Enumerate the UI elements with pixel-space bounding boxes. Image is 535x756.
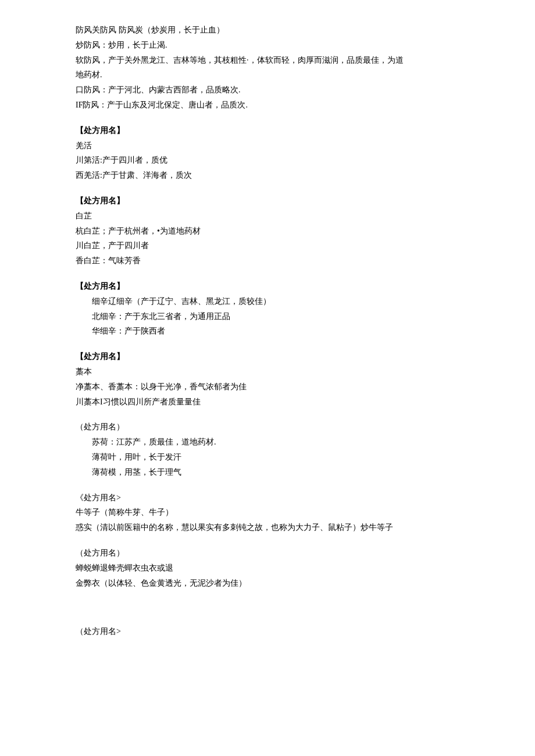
line-gaoben-3: 川藁本I习惯以四川所产者质量量佳 — [76, 395, 459, 409]
line-6: IF防风：产于山东及河北保定、唐山者，品质次. — [76, 98, 459, 112]
line-1: 防风关防风 防风炭（炒炭用，长于止血） — [76, 23, 459, 37]
line-niudengzi-1: 牛等子（简称牛芽、牛子） — [76, 506, 459, 519]
line-baizhi-3: 川白芷，产于四川者 — [76, 239, 459, 253]
line-gaoben-2: 净藁本、香藁本：以身干光净，香气浓郁者为佳 — [76, 380, 459, 394]
section-last: （处方用名> — [76, 625, 459, 639]
heading-baizhi: 【处方用名】 — [76, 194, 459, 208]
heading-xixin: 【处方用名】 — [76, 280, 459, 293]
line-gaoben-1: 藁本 — [76, 365, 459, 379]
page-content: 防风关防风 防风炭（炒炭用，长于止血） 炒防风：炒用，长于止渴. 软防风，产于关… — [76, 23, 459, 639]
line-xixin-3: 华细辛：产于陕西者 — [76, 324, 459, 338]
section-fangfeng-intro: 防风关防风 防风炭（炒炭用，长于止血） 炒防风：炒用，长于止渴. 软防风，产于关… — [76, 23, 459, 112]
line-qianghuo-1: 羌活 — [76, 139, 459, 153]
section-baizhi: 【处方用名】 白芷 杭白芷；产于杭州者，•为道地药材 川白芷，产于四川者 香白芷… — [76, 194, 459, 268]
section-bohe: （处方用名） 苏荷：江苏产，质最佳，道地药材. 薄荷叶，用叶，长于发汗 薄荷模，… — [76, 420, 459, 479]
line-3: 软防风，产于关外黑龙江、吉林等地，其枝粗性·，体软而轻，肉厚而滋润，品质最佳，为… — [76, 53, 459, 67]
heading-qianghuo: 【处方用名】 — [76, 124, 459, 138]
line-2: 炒防风：炒用，长于止渴. — [76, 38, 459, 52]
section-xixin: 【处方用名】 细辛辽细辛（产于辽宁、吉林、黑龙江，质较佳） 北细辛：产于东北三省… — [76, 280, 459, 338]
section-qianghuo: 【处方用名】 羌活 川第活:产于四川者，质优 西羌活:产于甘肃、洋海者，质次 — [76, 124, 459, 182]
line-bohe-3: 薄荷模，用茎，长于理气 — [76, 465, 459, 479]
line-baizhi-1: 白芷 — [76, 209, 459, 223]
line-niudengzi-2: 惑实（清以前医籍中的名称，慧以果实有多刺钝之故，也称为大力子、鼠粘子）炒牛等子 — [76, 521, 459, 535]
line-bohe-1: 苏荷：江苏产，质最佳，道地药材. — [76, 435, 459, 449]
line-xixin-1: 细辛辽细辛（产于辽宁、吉林、黑龙江，质较佳） — [76, 295, 459, 309]
line-baizhi-2: 杭白芷；产于杭州者，•为道地药材 — [76, 224, 459, 238]
section-niudengzi: 《处方用名> 牛等子（简称牛芽、牛子） 惑实（清以前医籍中的名称，慧以果实有多刺… — [76, 491, 459, 535]
section-gaoben: 【处方用名】 藁本 净藁本、香藁本：以身干光净，香气浓郁者为佳 川藁本I习惯以四… — [76, 350, 459, 409]
line-bohe-2: 薄荷叶，用叶，长于发汗 — [76, 450, 459, 464]
heading-last: （处方用名> — [76, 625, 459, 639]
heading-gaoben: 【处方用名】 — [76, 350, 459, 364]
heading-niudengzi: 《处方用名> — [76, 491, 459, 505]
section-chantui: （处方用名） 蝉蜕蝉退蜂壳蟬衣虫衣或退 金弊衣（以体轻、色金黄透光，无泥沙者为佳… — [76, 546, 459, 590]
line-qianghuo-3: 西羌活:产于甘肃、洋海者，质次 — [76, 169, 459, 182]
line-4: 地药材. — [76, 68, 459, 82]
heading-chantui: （处方用名） — [76, 546, 459, 560]
line-baizhi-4: 香白芷：气味芳香 — [76, 254, 459, 268]
line-qianghuo-2: 川第活:产于四川者，质优 — [76, 153, 459, 167]
line-5: 口防风：产于河北、内蒙古西部者，品质略次. — [76, 83, 459, 97]
heading-bohe: （处方用名） — [76, 420, 459, 434]
line-chantui-2: 金弊衣（以体轻、色金黄透光，无泥沙者为佳） — [76, 576, 459, 590]
line-chantui-1: 蝉蜕蝉退蜂壳蟬衣虫衣或退 — [76, 561, 459, 575]
line-xixin-2: 北细辛：产于东北三省者，为通用正品 — [76, 310, 459, 324]
